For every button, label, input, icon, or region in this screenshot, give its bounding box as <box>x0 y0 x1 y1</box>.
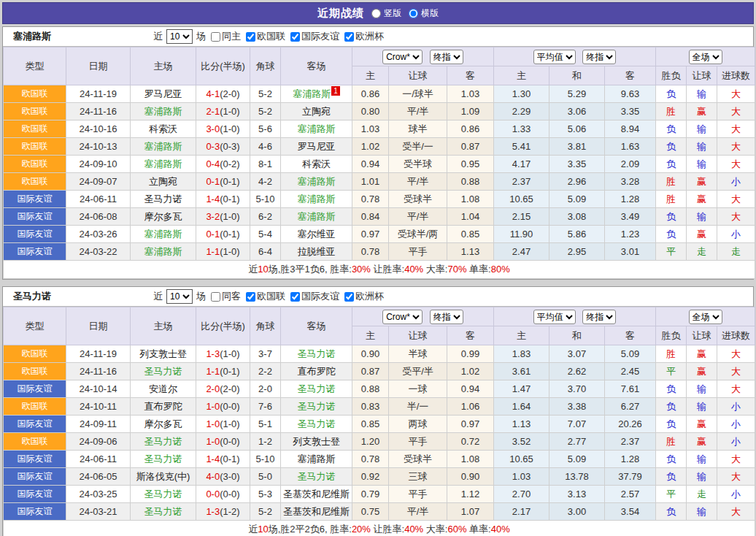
result-goals: 大 <box>717 468 755 486</box>
euro-cup-checkbox[interactable] <box>344 32 354 42</box>
team-section: 塞浦路斯 近 10 场 同主 欧国联 国际友谊 <box>2 26 754 280</box>
avg-draw: 3.35 <box>549 156 605 173</box>
euro-cup-checkbox[interactable] <box>344 292 354 302</box>
col-avg-draw: 和 <box>549 326 605 345</box>
average-select[interactable]: 平均值 <box>533 50 576 64</box>
match-row: 国际友谊24-06-05斯洛伐克(中)4-0(3-0)5-0圣马力诺0.92三球… <box>4 468 755 486</box>
result-outcome: 平 <box>656 243 687 261</box>
vertical-radio[interactable] <box>371 9 381 18</box>
fulltime-score: 1-3 <box>206 348 220 359</box>
fulltime-score: 1-0 <box>206 401 220 412</box>
fulltime-select[interactable]: 全场 <box>689 50 722 64</box>
layout-option-horizontal[interactable]: 横版 <box>409 7 439 20</box>
same-venue-checkbox[interactable] <box>211 292 220 302</box>
halftime-score: (1-0) <box>220 348 239 359</box>
bookmaker-select[interactable]: Crow* <box>382 310 423 324</box>
fulltime-score: 3-2 <box>206 211 220 222</box>
away-team: 塞尔维亚 <box>281 226 352 243</box>
league-filter-euro-cup[interactable]: 欧洲杯 <box>344 290 384 303</box>
horizontal-radio[interactable] <box>409 9 418 18</box>
away-team-name: 列支敦士登 <box>293 436 340 447</box>
league-filter-euro-cup[interactable]: 欧洲杯 <box>344 30 384 43</box>
league-filter-euro-nations[interactable]: 欧国联 <box>246 30 285 43</box>
away-team: 塞浦路斯 <box>281 191 352 208</box>
odds-away: 0.85 <box>447 226 494 243</box>
friendly-checkbox[interactable] <box>290 32 300 42</box>
odds-home: 0.86 <box>352 85 389 103</box>
league-badge: 国际友谊 <box>4 503 66 521</box>
col-avg-away: 客 <box>605 66 656 85</box>
col-odds-away: 客 <box>447 326 494 345</box>
fulltime-score: 1-0 <box>206 436 220 447</box>
away-team: 塞浦路斯 <box>281 173 352 191</box>
summary-part: 10 <box>258 264 268 275</box>
corner-score: 5-6 <box>250 120 281 138</box>
odds-stage-select-2[interactable]: 终指 <box>582 50 616 64</box>
league-badge: 国际友谊 <box>4 486 66 503</box>
result-outcome: 胜 <box>656 433 687 451</box>
corner-score: 3-7 <box>250 345 281 363</box>
same-venue-checkbox[interactable] <box>211 32 220 42</box>
score-cell: 0-1(0-1) <box>196 173 250 191</box>
avg-draw: 2.95 <box>549 243 605 261</box>
odds-home: 1.20 <box>352 433 389 451</box>
friendly-checkbox[interactable] <box>290 292 300 302</box>
result-outcome: 负 <box>656 380 687 398</box>
odds-home: 0.83 <box>352 398 389 416</box>
league-filter-friendly[interactable]: 国际友谊 <box>290 290 339 303</box>
title-bar: 近期战绩 竖版 横版 <box>2 2 754 24</box>
away-team-name: 塞浦路斯 <box>298 123 336 134</box>
result-goals: 大 <box>717 208 755 226</box>
odds-home: 0.78 <box>352 451 389 468</box>
avg-home: 3.61 <box>494 363 549 380</box>
fulltime-select[interactable]: 全场 <box>689 310 722 324</box>
odds-stage-select-1[interactable]: 终指 <box>430 50 463 64</box>
avg-draw: 5.06 <box>549 120 605 138</box>
result-outcome: 负 <box>656 85 687 103</box>
score-cell: 3-0(1-0) <box>196 120 250 138</box>
filter-bar: 近 10 场 同客 欧国联 国际友谊 欧洲杯 <box>153 289 384 304</box>
avg-home: 10.65 <box>494 191 549 208</box>
away-team-name: 塞尔维亚 <box>298 229 336 240</box>
avg-draw: 5.86 <box>549 226 605 243</box>
col-score: 比分(半场) <box>196 307 250 345</box>
odds-stage-select-1[interactable]: 终指 <box>430 310 463 324</box>
same-venue-filter[interactable]: 同客 <box>211 290 241 303</box>
match-row: 欧国联24-11-16塞浦路斯2-1(1-0)5-2立陶宛0.80平/半1.09… <box>4 103 755 120</box>
league-badge: 欧国联 <box>4 433 66 451</box>
avg-away: 3.35 <box>605 103 656 120</box>
score-cell: 1-0(1-0) <box>196 416 250 433</box>
away-team: 圣基茨和尼维斯 <box>281 486 352 503</box>
avg-draw: 2.96 <box>549 173 605 191</box>
league-filter-friendly[interactable]: 国际友谊 <box>290 30 339 43</box>
recent-count-select[interactable]: 10 <box>166 29 193 44</box>
odds-home: 0.79 <box>352 486 389 503</box>
result-outcome: 平 <box>656 486 687 503</box>
league-badge: 国际友谊 <box>4 191 66 208</box>
odds-away: 1.04 <box>447 208 494 226</box>
average-select[interactable]: 平均值 <box>533 310 576 324</box>
euro-nations-label: 欧国联 <box>257 290 285 303</box>
result-outcome: 胜 <box>656 173 687 191</box>
corner-score: 2-2 <box>250 363 281 380</box>
euro-nations-checkbox[interactable] <box>246 32 255 42</box>
result-handicap: 输 <box>687 138 717 156</box>
odds-away: 1.13 <box>447 243 494 261</box>
recent-count-select[interactable]: 10 <box>166 289 193 304</box>
league-filter-euro-nations[interactable]: 欧国联 <box>246 290 285 303</box>
layout-option-vertical[interactable]: 竖版 <box>371 7 401 20</box>
league-badge: 欧国联 <box>4 156 66 173</box>
summary-part: 大率: <box>423 264 447 275</box>
odds-handicap: 平/半 <box>389 503 447 521</box>
odds-stage-select-2[interactable]: 终指 <box>582 310 616 324</box>
halftime-score: (0-0) <box>220 489 239 499</box>
away-team: 科索沃 <box>281 156 352 173</box>
bookmaker-select[interactable]: Crow* <box>382 50 423 64</box>
col-date: 日期 <box>66 307 131 345</box>
same-venue-filter[interactable]: 同主 <box>211 30 241 43</box>
league-badge: 国际友谊 <box>4 380 66 398</box>
col-odds-away: 客 <box>447 66 494 85</box>
match-row: 欧国联24-09-06圣马力诺1-0(0-0)1-2列支敦士登1.20平手0.7… <box>4 433 755 451</box>
euro-nations-checkbox[interactable] <box>246 292 255 302</box>
summary-part: 40% <box>404 524 423 535</box>
